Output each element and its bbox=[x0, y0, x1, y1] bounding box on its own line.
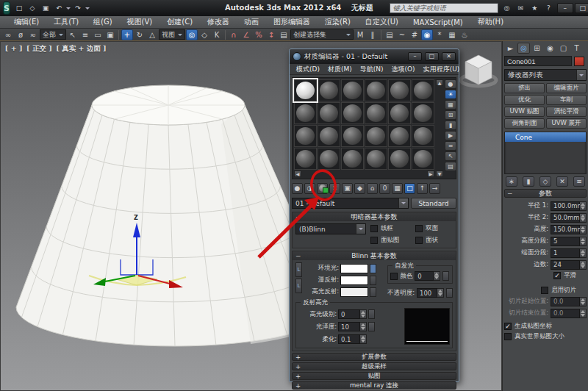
smooth-checkbox[interactable]: ✓ bbox=[553, 272, 561, 279]
menu-graph-editors[interactable]: 图形编辑器 bbox=[267, 16, 317, 28]
glossiness-map-button[interactable] bbox=[368, 322, 375, 331]
material-sample-slot[interactable] bbox=[318, 79, 340, 101]
ambient-color-swatch[interactable] bbox=[340, 264, 368, 273]
bind-to-space-warp-icon[interactable]: ≈ bbox=[27, 29, 39, 40]
material-sample-slot-selected[interactable] bbox=[294, 79, 317, 101]
shader-type-dropdown[interactable]: (B)Blinn bbox=[295, 223, 366, 234]
window-crossing-icon[interactable]: ▣ bbox=[104, 29, 116, 40]
backlight-icon[interactable]: ☀ bbox=[445, 90, 456, 99]
view-cube[interactable] bbox=[461, 55, 496, 86]
schematic-view-icon[interactable]: # bbox=[409, 29, 420, 40]
go-forward-to-sibling-icon[interactable]: → bbox=[429, 183, 440, 194]
keyboard-override-icon[interactable]: K bbox=[211, 29, 223, 40]
material-editor-icon[interactable]: ◉ bbox=[421, 29, 433, 40]
put-material-to-scene-icon[interactable]: ◑ bbox=[304, 183, 315, 194]
menu-tools[interactable]: 工具(T) bbox=[47, 16, 85, 28]
menu-views[interactable]: 视图(V) bbox=[121, 16, 159, 28]
self-illum-color-checkbox[interactable] bbox=[390, 273, 398, 280]
configure-modifier-sets-icon[interactable]: ≡ bbox=[573, 176, 585, 187]
real-world-map-size-checkbox[interactable] bbox=[504, 333, 512, 340]
menu-create[interactable]: 创建(C) bbox=[160, 16, 199, 28]
chevron-down-icon[interactable] bbox=[576, 70, 586, 80]
menu-help[interactable]: 帮助(H) bbox=[471, 16, 510, 28]
object-color-swatch[interactable] bbox=[574, 57, 584, 66]
menu-group[interactable]: 组(G) bbox=[87, 16, 119, 28]
make-unique-icon[interactable]: ◇ bbox=[539, 176, 551, 187]
make-material-copy-icon[interactable]: ▣ bbox=[342, 183, 353, 194]
dialog-maximize-button[interactable]: □ bbox=[425, 52, 439, 61]
search-icon[interactable]: ◎ bbox=[501, 3, 512, 13]
scroll-up-icon[interactable]: ▲ bbox=[436, 79, 443, 86]
redo-icon[interactable]: ↷ bbox=[72, 3, 84, 14]
favorites-star-icon[interactable]: ★ bbox=[529, 3, 540, 13]
faceted-checkbox[interactable] bbox=[415, 237, 423, 244]
material-sample-slot[interactable] bbox=[294, 102, 317, 124]
scroll-left-icon[interactable]: ◀ bbox=[294, 171, 301, 177]
sides-spinner[interactable]: 24 bbox=[551, 260, 587, 270]
menu-edit[interactable]: 编辑(E) bbox=[7, 16, 46, 28]
viewport-menu-shading[interactable]: [ 真实 + 边面 ] bbox=[57, 44, 107, 54]
select-and-rotate-icon[interactable]: ↻ bbox=[134, 29, 146, 40]
get-material-icon[interactable]: ● bbox=[292, 183, 303, 194]
material-sample-slot[interactable] bbox=[388, 148, 411, 170]
modify-tab-icon[interactable]: ◎ bbox=[517, 43, 530, 54]
chevron-down-icon[interactable] bbox=[356, 224, 365, 234]
diffuse-map-button[interactable] bbox=[370, 276, 376, 285]
lock-ambient-diffuse-icon[interactable]: L bbox=[295, 262, 302, 277]
utilities-tab-icon[interactable]: T bbox=[570, 43, 583, 54]
specular-level-map-button[interactable] bbox=[368, 309, 375, 319]
select-by-name-icon[interactable]: ≡ bbox=[79, 29, 91, 40]
generate-mapping-coords-checkbox[interactable]: ✓ bbox=[504, 323, 512, 330]
mtl-menu-navigation[interactable]: 导航(N) bbox=[356, 65, 387, 74]
reference-coordinate-dropdown[interactable]: 视图 bbox=[159, 29, 185, 40]
material-sample-slot[interactable] bbox=[294, 125, 317, 147]
soften-spinner[interactable]: 0.1 bbox=[338, 334, 367, 344]
scroll-right-icon[interactable]: ▶ bbox=[427, 171, 434, 177]
show-end-result-icon[interactable]: ▮ bbox=[523, 176, 534, 187]
remove-modifier-icon[interactable]: ✕ bbox=[556, 176, 568, 187]
unlink-selection-icon[interactable]: ø bbox=[15, 29, 26, 40]
viewport-menu-pov[interactable]: [ 正交 ] bbox=[26, 44, 51, 54]
pin-stack-icon[interactable]: ∗ bbox=[506, 176, 517, 187]
display-tab-icon[interactable]: ▢ bbox=[557, 43, 570, 54]
bevel-profile-button[interactable]: 倒角剖面 bbox=[504, 118, 545, 129]
material-sample-slot[interactable] bbox=[341, 125, 364, 147]
material-type-button[interactable]: Standard bbox=[411, 198, 456, 209]
modifier-list-dropdown[interactable]: 修改器列表 bbox=[504, 69, 587, 81]
blinn-rollout-header[interactable]: − Blinn 基本参数 bbox=[293, 251, 456, 260]
sample-type-icon[interactable]: ● bbox=[445, 79, 456, 89]
mtl-menu-material[interactable]: 材质(M) bbox=[324, 65, 356, 74]
specular-map-button[interactable] bbox=[370, 287, 376, 297]
two-sided-checkbox[interactable] bbox=[415, 225, 423, 232]
put-to-library-icon[interactable]: ⌂ bbox=[367, 183, 378, 194]
dialog-minimize-button[interactable]: – bbox=[408, 52, 422, 61]
enable-slice-checkbox[interactable] bbox=[541, 287, 548, 294]
make-unique-icon[interactable]: ◆ bbox=[354, 183, 365, 194]
opacity-spinner[interactable]: 100 bbox=[417, 288, 444, 298]
wireframe-checkbox[interactable] bbox=[370, 225, 378, 232]
snaps-toggle-icon[interactable]: ∩ bbox=[228, 29, 240, 40]
extrude-button[interactable]: 挤出 bbox=[504, 83, 545, 93]
material-sample-slot[interactable] bbox=[365, 102, 387, 124]
align-icon[interactable]: ∥ bbox=[367, 29, 379, 40]
mtl-menu-modes[interactable]: 模式(D) bbox=[293, 65, 323, 74]
opacity-map-button[interactable] bbox=[446, 288, 453, 298]
self-illum-map-button[interactable] bbox=[442, 271, 449, 281]
menu-modifiers[interactable]: 修改器 bbox=[201, 16, 236, 28]
stack-item-cone[interactable]: Cone bbox=[505, 132, 586, 142]
menu-customize[interactable]: 自定义(U) bbox=[359, 16, 405, 28]
curve-editor-icon[interactable]: ~ bbox=[396, 29, 408, 40]
material-name-dropdown[interactable]: 01 - Default bbox=[292, 198, 409, 209]
material-sample-slot[interactable] bbox=[412, 148, 434, 170]
material-sample-slot[interactable] bbox=[388, 102, 411, 124]
sample-uv-tiling-icon[interactable]: ⊞ bbox=[445, 110, 456, 120]
select-by-material-icon[interactable]: ↖ bbox=[445, 151, 456, 161]
background-icon[interactable]: ▦ bbox=[445, 100, 456, 110]
material-editor-options-icon[interactable]: ≡ bbox=[445, 141, 456, 151]
lock-color-icon[interactable] bbox=[370, 264, 376, 273]
viewport-menu-general[interactable]: [ + ] bbox=[5, 44, 22, 54]
edit-named-selection-sets-icon[interactable]: ▤ bbox=[278, 29, 290, 40]
minimize-button[interactable]: – bbox=[557, 3, 573, 13]
height-spinner[interactable]: 150.0mm bbox=[551, 225, 587, 234]
rendered-frame-window-icon[interactable]: ▦ bbox=[446, 29, 458, 40]
